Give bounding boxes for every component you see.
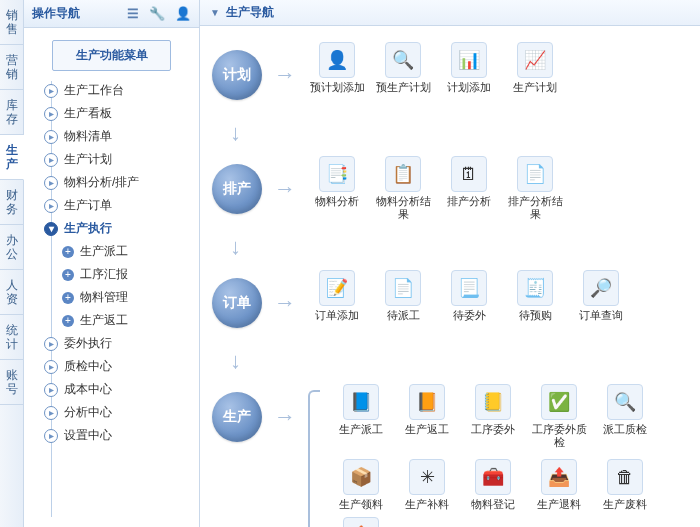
flow-tile[interactable]: 📤生产退料 [530, 459, 588, 511]
wrench-icon[interactable]: 🔧 [149, 6, 165, 21]
module-tab[interactable]: 人资 [0, 270, 24, 315]
flow-tile[interactable]: 🔍预生产计划 [374, 42, 432, 94]
tree-item[interactable]: ▸质检中心 [42, 355, 199, 378]
flow-tile[interactable]: 📈生产计划 [506, 42, 564, 94]
tree-child[interactable]: +工序汇报 [62, 263, 199, 286]
tile-icon: 📙 [409, 384, 445, 420]
stage-row: 订单→📝订单添加📄待派工📃待委外🧾待预购🔎订单查询 [212, 270, 690, 344]
flow-tile[interactable]: ✅工序委外质检 [530, 384, 588, 449]
tree-child-label: 物料管理 [80, 289, 128, 306]
flow-tile[interactable]: 🔎订单查询 [572, 270, 630, 322]
tree-item[interactable]: ▸设置中心 [42, 424, 199, 447]
flow-tile[interactable]: 📙生产返工 [398, 384, 456, 449]
tile-label: 订单添加 [315, 309, 359, 322]
module-tab[interactable]: 生产 [0, 135, 24, 180]
user-icon[interactable]: 👤 [175, 6, 191, 21]
tree-item[interactable]: ▸生产工作台 [42, 79, 199, 102]
nav-tree: ▸生产工作台▸生产看板▸物料清单▸生产计划▸物料分析/排产▸生产订单▾生产执行+… [24, 79, 199, 527]
flow-tile[interactable]: 👤预计划添加 [308, 42, 366, 94]
flow-tile[interactable]: 🧾待预购 [506, 270, 564, 322]
tile-icon: 📄 [385, 270, 421, 306]
module-tab[interactable]: 财务 [0, 180, 24, 225]
tree-child-label: 生产派工 [80, 243, 128, 260]
arrow-right-icon: → [274, 290, 296, 316]
tree-item[interactable]: ▸生产看板 [42, 102, 199, 125]
flow-tile[interactable]: 📋物料分析结果 [374, 156, 432, 221]
chevron-right-icon: ▸ [44, 107, 58, 121]
menu-title: 生产功能菜单 [52, 40, 171, 71]
stage-bubble: 订单 [212, 278, 262, 328]
tile-icon: 📋 [385, 156, 421, 192]
chevron-right-icon: ▸ [44, 406, 58, 420]
tile-row: 📦生产领料✳生产补料🧰物料登记📤生产退料🗑生产废料🏠物料剩余 [332, 459, 690, 527]
tree-child[interactable]: +生产返工 [62, 309, 199, 332]
flow-tile[interactable]: ✳生产补料 [398, 459, 456, 511]
tree-item[interactable]: ▸物料分析/排产 [42, 171, 199, 194]
tile-label: 订单查询 [579, 309, 623, 322]
tree-item[interactable]: ▸分析中心 [42, 401, 199, 424]
chevron-right-icon: ▸ [44, 360, 58, 374]
triangle-down-icon: ▼ [210, 7, 220, 18]
module-strip: 销售营销库存生产财务办公人资统计账号 [0, 0, 24, 527]
flow-tile[interactable]: 📊计划添加 [440, 42, 498, 94]
plus-icon: + [62, 269, 74, 281]
tree-item[interactable]: ▸成本中心 [42, 378, 199, 401]
plus-icon: + [62, 315, 74, 327]
tile-icon: 📄 [517, 156, 553, 192]
flow-tile[interactable]: 📄排产分析结果 [506, 156, 564, 221]
chevron-right-icon: ▸ [44, 337, 58, 351]
main-header: ▼ 生产导航 [200, 0, 700, 26]
module-tab[interactable]: 销售 [0, 0, 24, 45]
tile-icon: 📒 [475, 384, 511, 420]
flow-tile[interactable]: 📑物料分析 [308, 156, 366, 221]
tree-item[interactable]: ▸生产订单 [42, 194, 199, 217]
tree-item[interactable]: ▸委外执行 [42, 332, 199, 355]
tree-item[interactable]: ▸生产计划 [42, 148, 199, 171]
module-tab[interactable]: 办公 [0, 225, 24, 270]
module-tab[interactable]: 库存 [0, 90, 24, 135]
module-tab[interactable]: 统计 [0, 315, 24, 360]
tree-item[interactable]: ▾生产执行 [42, 217, 199, 240]
flow-tile[interactable]: 🧰物料登记 [464, 459, 522, 511]
module-tab[interactable]: 营销 [0, 45, 24, 90]
flow-tile[interactable]: 📘生产派工 [332, 384, 390, 449]
tile-label: 生产补料 [405, 498, 449, 511]
tree-item-label: 物料清单 [64, 128, 112, 145]
tree-child[interactable]: +生产派工 [62, 240, 199, 263]
tile-icon: 🏠 [343, 517, 379, 527]
flow-tile[interactable]: 📃待委外 [440, 270, 498, 322]
tile-icon: 📈 [517, 42, 553, 78]
tile-row: 📝订单添加📄待派工📃待委外🧾待预购🔎订单查询 [308, 270, 630, 322]
tile-label: 物料登记 [471, 498, 515, 511]
tile-icon: 🗑 [607, 459, 643, 495]
arrow-right-icon: → [274, 404, 296, 430]
tree-child[interactable]: +物料管理 [62, 286, 199, 309]
flow-tile[interactable]: 🗑生产废料 [596, 459, 654, 511]
tile-row: 👤预计划添加🔍预生产计划📊计划添加📈生产计划 [308, 42, 564, 94]
stage-bubble: 排产 [212, 164, 262, 214]
flow-tile[interactable]: 📦生产领料 [332, 459, 390, 511]
flow-canvas: 计划→👤预计划添加🔍预生产计划📊计划添加📈生产计划↓排产→📑物料分析📋物料分析结… [200, 26, 700, 527]
tile-row: 📑物料分析📋物料分析结果🗓排产分析📄排产分析结果 [308, 156, 564, 221]
tile-label: 生产废料 [603, 498, 647, 511]
list-icon[interactable]: ☰ [127, 6, 139, 21]
tile-icon: 🔍 [607, 384, 643, 420]
tree-item[interactable]: ▸物料清单 [42, 125, 199, 148]
flow-tile[interactable]: 🏠物料剩余 [332, 517, 390, 527]
chevron-right-icon: ▸ [44, 176, 58, 190]
tile-label: 工序委外 [471, 423, 515, 436]
flow-tile[interactable]: 📝订单添加 [308, 270, 366, 322]
flow-tile[interactable]: 📄待派工 [374, 270, 432, 322]
tile-icon: 📦 [343, 459, 379, 495]
module-tab[interactable]: 账号 [0, 360, 24, 405]
main-title: 生产导航 [226, 4, 274, 21]
flow-tile[interactable]: 📒工序委外 [464, 384, 522, 449]
flow-tile[interactable]: 🗓排产分析 [440, 156, 498, 221]
tree-item-label: 生产执行 [64, 220, 112, 237]
chevron-right-icon: ▸ [44, 383, 58, 397]
tile-label: 物料分析结果 [374, 195, 432, 221]
stage-bubble: 生产 [212, 392, 262, 442]
tree-item-label: 委外执行 [64, 335, 112, 352]
bracket-icon [308, 390, 320, 527]
flow-tile[interactable]: 🔍派工质检 [596, 384, 654, 449]
